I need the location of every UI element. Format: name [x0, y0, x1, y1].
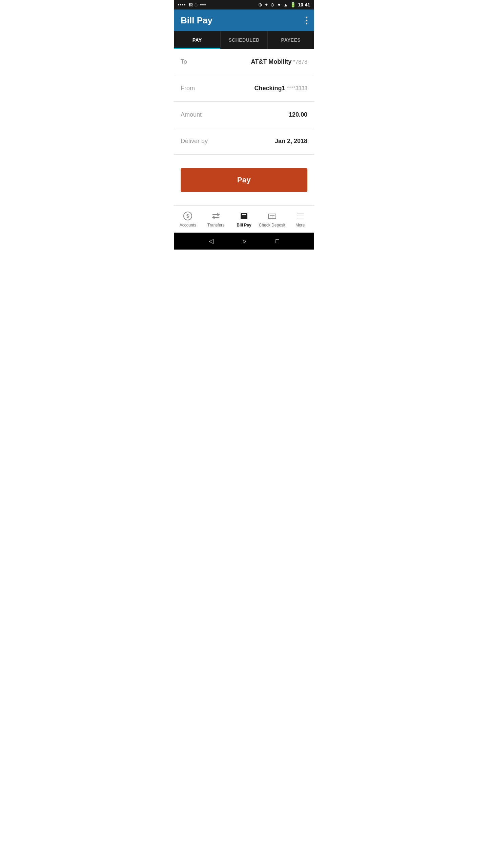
- svg-rect-7: [268, 214, 276, 219]
- home-button[interactable]: ○: [243, 238, 246, 245]
- status-right: ⊕ ✦ ⊖ ▼ ▲ 🔋 10:41: [258, 2, 310, 7]
- bottom-nav: $ Accounts Transfers Bill Pay Check Depo…: [174, 205, 314, 233]
- nav-bill-pay-label: Bill Pay: [237, 223, 251, 228]
- back-button[interactable]: ◁: [209, 237, 214, 245]
- amount-label: Amount: [181, 111, 202, 118]
- svg-text:$: $: [186, 213, 189, 219]
- android-nav-bar: ◁ ○ □: [174, 233, 314, 250]
- nav-transfers-label: Transfers: [207, 223, 224, 228]
- amount-row[interactable]: Amount 120.00: [174, 102, 314, 128]
- more-menu-button[interactable]: [306, 17, 307, 24]
- bill-pay-icon: [239, 211, 249, 221]
- nav-bill-pay[interactable]: Bill Pay: [230, 206, 258, 233]
- deliver-by-row[interactable]: Deliver by Jan 2, 2018: [174, 128, 314, 155]
- nav-more-label: More: [296, 223, 305, 228]
- signal-icon: ▲: [283, 2, 288, 7]
- to-label: To: [181, 58, 187, 65]
- battery-icon: 🔋: [290, 2, 296, 7]
- nav-check-deposit[interactable]: Check Deposit: [258, 206, 286, 233]
- time-display: 10:41: [298, 2, 310, 7]
- bluetooth-icon: ✦: [264, 2, 268, 7]
- nav-transfers[interactable]: Transfers: [202, 206, 230, 233]
- check-deposit-icon: [267, 211, 277, 221]
- page-title: Bill Pay: [181, 15, 212, 26]
- accounts-icon: $: [183, 211, 192, 221]
- to-value: AT&T Mobility *7878: [251, 58, 308, 65]
- nav-accounts[interactable]: $ Accounts: [174, 206, 202, 233]
- tabs-container: PAY SCHEDULED PAYEES: [174, 31, 314, 49]
- recents-button[interactable]: □: [276, 238, 279, 245]
- signal-dots-2: [200, 4, 206, 5]
- nav-accounts-label: Accounts: [180, 223, 196, 228]
- amount-value: 120.00: [289, 111, 307, 118]
- camera-icon: 🖼: [189, 2, 193, 7]
- wifi-icon: ▼: [277, 2, 281, 7]
- transfers-icon: [211, 211, 221, 221]
- status-left: 🖼 ◌: [178, 2, 206, 7]
- sync-icon: ◌: [194, 2, 198, 7]
- minus-circle-icon: ⊖: [270, 2, 274, 7]
- from-label: From: [181, 85, 195, 92]
- from-row[interactable]: From Checking1 ****3333: [174, 75, 314, 102]
- tab-pay[interactable]: PAY: [174, 31, 221, 49]
- add-circle-icon: ⊕: [258, 2, 262, 7]
- tab-scheduled[interactable]: SCHEDULED: [221, 31, 267, 49]
- deliver-by-value: Jan 2, 2018: [275, 138, 307, 145]
- nav-more[interactable]: More: [286, 206, 314, 233]
- to-row[interactable]: To AT&T Mobility *7878: [174, 49, 314, 75]
- deliver-by-label: Deliver by: [181, 138, 208, 145]
- header: Bill Pay: [174, 9, 314, 31]
- tab-payees[interactable]: PAYEES: [268, 31, 314, 49]
- pay-button[interactable]: Pay: [181, 168, 307, 192]
- nav-check-deposit-label: Check Deposit: [259, 223, 285, 228]
- form-container: To AT&T Mobility *7878 From Checking1 **…: [174, 49, 314, 205]
- signal-dots: [178, 4, 185, 5]
- from-value: Checking1 ****3333: [254, 85, 307, 92]
- status-bar: 🖼 ◌ ⊕ ✦ ⊖ ▼ ▲ 🔋 10:41: [174, 0, 314, 9]
- more-icon: [296, 211, 305, 221]
